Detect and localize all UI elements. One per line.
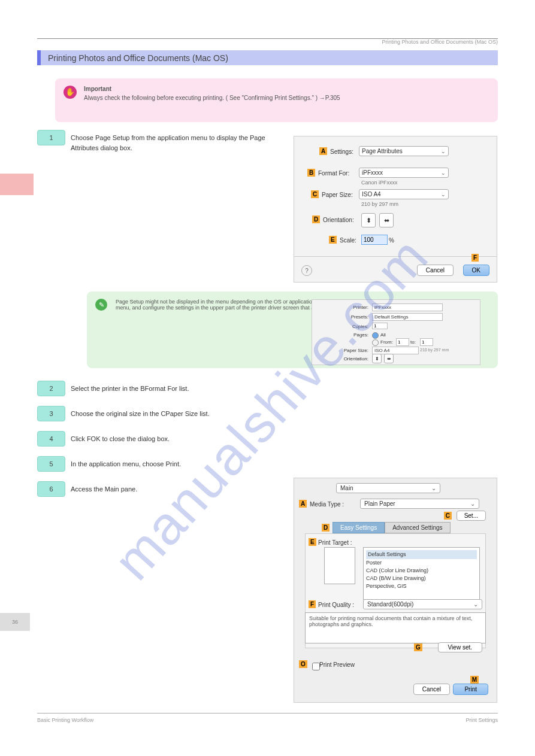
- mini-psize-sub: 210 by 297 mm: [420, 348, 449, 352]
- marker-g: G: [414, 643, 422, 651]
- marker-f2: F: [309, 600, 316, 608]
- marker-a2: A: [299, 500, 307, 508]
- print-preview-label: Print Preview: [319, 661, 355, 668]
- ok-button[interactable]: OK: [463, 265, 489, 276]
- marker-b: B: [307, 169, 315, 177]
- settings-label: Settings:: [330, 148, 353, 155]
- print-target-list[interactable]: Default Settings Poster CAD (Color Line …: [363, 547, 480, 600]
- step-5-text: In the application menu, choose Print.: [71, 459, 430, 469]
- marker-d: D: [312, 215, 320, 223]
- help-icon[interactable]: ?: [301, 265, 312, 276]
- pages-from-radio[interactable]: [372, 339, 379, 346]
- format-for-select[interactable]: iPFxxxx: [359, 168, 449, 178]
- copies-input[interactable]: [372, 323, 388, 329]
- mini-orient-label: Orientation:: [336, 356, 368, 362]
- marker-f: F: [471, 254, 479, 262]
- marker-d2: D: [322, 524, 330, 532]
- hand-icon: ✋: [64, 86, 77, 99]
- settings-select[interactable]: Page Attributes: [359, 146, 449, 156]
- pages-all-label: All: [380, 332, 386, 338]
- important-label: Important: [84, 86, 111, 92]
- main-print-dialog: Main A Media Type : Plain Paper C Set...…: [294, 478, 497, 703]
- paper-sub: 210 by 297 mm: [361, 201, 398, 207]
- marker-c: C: [311, 190, 319, 198]
- step-6-text: Access the Main pane.: [71, 484, 250, 494]
- list-item[interactable]: Poster: [366, 559, 477, 567]
- print-target-label: Print Target :: [318, 539, 352, 546]
- printer-select[interactable]: iPFxxxx: [372, 303, 443, 311]
- marker-m: M: [470, 676, 479, 684]
- pane-select[interactable]: Main: [336, 483, 440, 493]
- list-item[interactable]: CAD (B/W Line Drawing): [366, 575, 477, 582]
- paper-size-select[interactable]: ISO A4: [359, 189, 449, 199]
- step-badge: 5: [37, 456, 65, 472]
- list-item[interactable]: CAD (Color Line Drawing): [366, 567, 477, 575]
- list-item[interactable]: Default Settings: [366, 550, 477, 559]
- step-badge: 6: [37, 481, 65, 497]
- cancel-button[interactable]: Cancel: [417, 265, 454, 276]
- format-sub: Canon iPFxxxx: [361, 180, 398, 186]
- format-for-label: Format For:: [318, 170, 349, 177]
- scale-label: Scale:: [340, 237, 356, 244]
- footer-left: Basic Printing Workflow: [37, 717, 93, 723]
- marker-e: E: [329, 236, 337, 244]
- pages-label: Pages:: [343, 332, 368, 338]
- note-icon: ✎: [95, 299, 107, 311]
- section-title: Printing Photos and Office Documents (Ma…: [37, 50, 498, 65]
- scale-pct: %: [389, 237, 394, 244]
- page-number-tab: 36: [0, 613, 30, 631]
- print-quality-label: Print Quality :: [318, 602, 354, 608]
- footer: Basic Printing Workflow Print Settings: [37, 713, 498, 723]
- printer-label: Printer:: [343, 305, 368, 310]
- pages-all-radio[interactable]: [372, 332, 379, 339]
- target-preview: [324, 547, 355, 584]
- print-button[interactable]: Print: [453, 684, 488, 695]
- presets-select[interactable]: Default Settings: [372, 313, 443, 321]
- media-type-select[interactable]: Plain Paper: [360, 499, 479, 509]
- mini-print-dialog: Printer: iPFxxxx Presets: Default Settin…: [312, 299, 480, 365]
- step-4-text: Click FOK to close the dialog box.: [71, 434, 430, 444]
- orientation-label: Orientation:: [323, 217, 354, 223]
- marker-a: A: [319, 147, 327, 155]
- header-right: Printing Photos and Office Documents (Ma…: [382, 39, 498, 45]
- step-badge: 2: [37, 381, 65, 396]
- cancel-button-2[interactable]: Cancel: [413, 684, 450, 695]
- step-badge: 1: [37, 130, 65, 145]
- tab-advanced-settings[interactable]: Advanced Settings: [385, 522, 450, 533]
- important-text: Always check the following before execut…: [84, 95, 340, 101]
- important-note: ✋ Important Always check the following b…: [55, 78, 498, 122]
- media-type-label: Media Type :: [310, 501, 344, 508]
- presets-label: Presets:: [343, 314, 368, 320]
- list-item[interactable]: Perspective, GIS: [366, 582, 477, 590]
- quality-description: Suitable for printing normal documents t…: [305, 612, 486, 643]
- copies-label: Copies:: [343, 324, 368, 329]
- landscape-button[interactable]: ⬌: [379, 213, 394, 227]
- pages-to-input[interactable]: [420, 338, 433, 346]
- mini-landscape-button[interactable]: ⬌: [384, 354, 394, 363]
- pages-from-input[interactable]: [396, 338, 409, 346]
- set-button[interactable]: Set...: [457, 511, 486, 521]
- view-set-button[interactable]: View set.: [438, 642, 482, 652]
- mini-psize-label: Paper Size:: [336, 348, 368, 353]
- tab-easy-settings[interactable]: Easy Settings: [333, 522, 385, 533]
- step-2-text: Select the printer in the BFormat For li…: [71, 384, 430, 394]
- paper-size-label: Paper Size:: [322, 192, 353, 198]
- marker-o: O: [299, 660, 307, 668]
- page-setup-dialog: A Settings: Page Attributes B Format For…: [294, 136, 497, 283]
- footer-right: Print Settings: [466, 717, 498, 723]
- pages-from-label: From:: [380, 339, 393, 345]
- step-3-text: Choose the original size in the CPaper S…: [71, 409, 430, 419]
- marker-e2: E: [309, 538, 316, 546]
- mini-portrait-button[interactable]: ⬍: [372, 354, 382, 363]
- step-badge: 4: [37, 431, 65, 447]
- print-quality-select[interactable]: Standard(600dpi): [363, 599, 482, 609]
- scale-input[interactable]: [361, 235, 388, 245]
- marker-c2: C: [444, 512, 452, 520]
- step-1-text: Choose Page Setup from the application m…: [71, 133, 268, 153]
- portrait-button[interactable]: ⬍: [361, 213, 376, 227]
- step-badge: 3: [37, 406, 65, 421]
- side-tab: [0, 174, 34, 195]
- pages-to-label: to:: [410, 339, 416, 345]
